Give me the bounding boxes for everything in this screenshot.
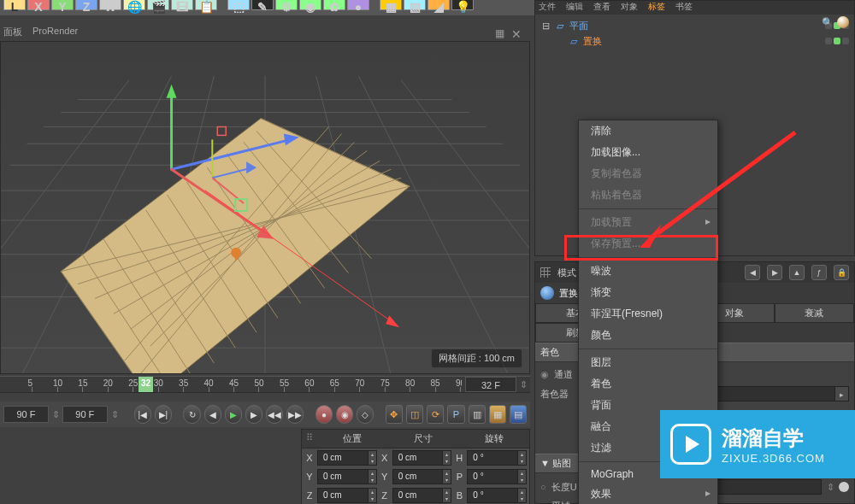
tool-camera[interactable]: ● xyxy=(347,0,369,10)
ctx-item[interactable]: 图层 xyxy=(579,352,717,373)
tab-panel[interactable]: 面板 xyxy=(3,26,22,41)
timeline-tick: 85 xyxy=(431,378,440,388)
autokey-button[interactable]: ◉ xyxy=(336,405,353,424)
tool-axis-y[interactable]: Y xyxy=(51,0,74,10)
tool-globe[interactable]: 🌐 xyxy=(123,0,145,10)
tool-axis-x[interactable]: X xyxy=(27,0,50,10)
ctx-item: 复制着色器 xyxy=(579,163,717,185)
coord-row: Y0 cmY0 cmP0 ° xyxy=(302,467,529,486)
next-key-button[interactable]: ▶▶ xyxy=(286,405,304,424)
mode-icon xyxy=(540,267,551,278)
ctx-item[interactable]: 渐变 xyxy=(579,282,717,303)
coord-size-field[interactable]: 0 cm xyxy=(392,450,452,466)
tool-light[interactable]: 💡 xyxy=(451,0,474,10)
ctx-item[interactable]: 颜色 xyxy=(579,325,717,346)
timeline-tick: 80 xyxy=(405,378,415,388)
om-item[interactable]: ⊟▱平面 xyxy=(540,18,849,33)
prev-key-button[interactable]: ◀◀ xyxy=(266,405,283,424)
viewport-layout-icon[interactable]: ▦ xyxy=(495,27,504,39)
om-menu-tags[interactable]: 标签 xyxy=(648,1,665,15)
tool-render-region[interactable]: 🎞 xyxy=(171,0,193,10)
tab-prorender[interactable]: ProRender xyxy=(32,26,78,41)
material-tool[interactable]: ▦ xyxy=(489,405,506,424)
prev-frame-button[interactable]: ◀ xyxy=(204,405,221,424)
coord-handle[interactable]: ⠿ xyxy=(302,430,317,448)
move-tool[interactable]: ✥ xyxy=(386,405,403,424)
timeline[interactable]: 32 51015202530354045505560657075808590 3… xyxy=(0,376,530,393)
timeline-tick: 20 xyxy=(103,378,113,388)
frame-start-alt[interactable]: 90 F xyxy=(3,406,49,423)
tool-mograph[interactable]: ▦ xyxy=(380,0,402,10)
tool-spline[interactable]: ✎ xyxy=(251,0,274,10)
coord-size-field[interactable]: 0 cm xyxy=(392,469,452,484)
frame-end[interactable]: 90 F xyxy=(62,406,108,423)
ctx-item[interactable]: 噪波 xyxy=(579,261,717,282)
am-up-button[interactable]: ▲ xyxy=(789,265,805,280)
layout-tool[interactable]: ▤ xyxy=(510,405,527,424)
tool-simulate[interactable]: ▧ xyxy=(404,0,426,10)
om-menu-bookmarks[interactable]: 书签 xyxy=(675,1,693,15)
viewport-tabs: 面板 ProRender xyxy=(3,26,78,41)
coord-size-field[interactable]: 0 cm xyxy=(392,488,452,503)
om-menu-file[interactable]: 文件 xyxy=(539,1,556,15)
am-mode-label[interactable]: 模式 xyxy=(557,267,576,279)
am-back-button[interactable]: ◀ xyxy=(745,265,760,280)
tool-deformer[interactable]: ◉ xyxy=(299,0,321,10)
lengthu-reset[interactable] xyxy=(839,482,849,492)
ctx-item[interactable]: 菲涅耳(Fresnel) xyxy=(579,303,717,325)
tool-render[interactable]: 🎬 xyxy=(147,0,169,10)
coord-pos-field[interactable]: 0 cm xyxy=(317,450,377,466)
om-item[interactable]: ▱置换 xyxy=(540,33,849,49)
coord-pos-field[interactable]: 0 cm xyxy=(317,469,377,484)
am-lock-button[interactable]: 🔒 xyxy=(834,265,849,280)
tool-generator[interactable]: ⚙ xyxy=(275,0,298,10)
expand-icon[interactable]: ⊟ xyxy=(540,21,551,32)
om-menu-object[interactable]: 对象 xyxy=(621,1,638,15)
om-search: 🔍 xyxy=(822,16,849,28)
param-tool[interactable]: P xyxy=(447,405,464,424)
rotate-tool[interactable]: ⟳ xyxy=(427,405,444,424)
ctx-item[interactable]: 着色 xyxy=(579,373,717,395)
am-fwd-button[interactable]: ▶ xyxy=(767,265,782,280)
search-icon[interactable]: 🔍 xyxy=(822,17,834,28)
ctx-item[interactable]: 加载图像... xyxy=(579,142,717,163)
goto-end-button[interactable]: ▶| xyxy=(155,405,172,424)
ctx-item[interactable]: 效果 xyxy=(579,483,717,504)
goto-start-button[interactable]: |◀ xyxy=(134,405,151,424)
visibility-dot[interactable] xyxy=(834,38,840,44)
coord-rot-field[interactable]: 0 ° xyxy=(467,488,527,503)
viewport-close-icon[interactable]: ✕ xyxy=(511,27,522,41)
material-sphere-icon[interactable] xyxy=(837,16,849,28)
om-menu-view[interactable]: 查看 xyxy=(593,1,610,15)
svg-marker-17 xyxy=(61,119,410,373)
object-icon: ▱ xyxy=(554,20,566,32)
coord-pos-field[interactable]: 0 cm xyxy=(317,488,377,503)
record-key-button[interactable]: ● xyxy=(315,405,333,424)
ctx-item[interactable]: 清除 xyxy=(579,120,717,142)
tool-world[interactable]: W xyxy=(99,0,121,10)
coord-rot-field[interactable]: 0 ° xyxy=(467,450,527,466)
timeline-ruler[interactable]: 32 51015202530354045505560657075808590 xyxy=(0,377,462,392)
pla-tool[interactable]: ▥ xyxy=(469,405,486,424)
coord-rot-field[interactable]: 0 ° xyxy=(467,469,527,484)
scale-tool[interactable]: ◫ xyxy=(406,405,423,424)
tool-primitive[interactable]: ⬚ xyxy=(227,0,250,10)
timeline-current-frame[interactable]: 32 F xyxy=(465,377,516,392)
tool-render-settings[interactable]: 📋 xyxy=(195,0,217,10)
tool-floor[interactable]: ◢ xyxy=(428,0,450,10)
next-frame-button[interactable]: ▶ xyxy=(245,405,262,424)
timeline-playhead[interactable]: 32 xyxy=(139,377,153,392)
tool-live[interactable]: L xyxy=(3,0,26,10)
play-button[interactable]: ▶ xyxy=(225,405,242,424)
viewport-status: 网格间距 : 100 cm xyxy=(431,349,522,368)
om-menu: 文件 编辑 查看 对象 标签 书签 xyxy=(535,1,854,15)
tool-axis-z[interactable]: Z xyxy=(75,0,97,10)
om-menu-edit[interactable]: 编辑 xyxy=(566,1,583,15)
am-tab-falloff[interactable]: 衰减 xyxy=(775,303,854,323)
keyframe-options-button[interactable]: ◇ xyxy=(357,405,374,424)
tool-environment[interactable]: ✿ xyxy=(323,0,345,10)
am-fn-button[interactable]: ƒ xyxy=(811,265,827,280)
viewport[interactable]: 网格间距 : 100 cm xyxy=(0,41,530,374)
watermark-url: ZIXUE.3D66.COM xyxy=(722,452,825,465)
loop-button[interactable]: ↻ xyxy=(183,405,200,424)
